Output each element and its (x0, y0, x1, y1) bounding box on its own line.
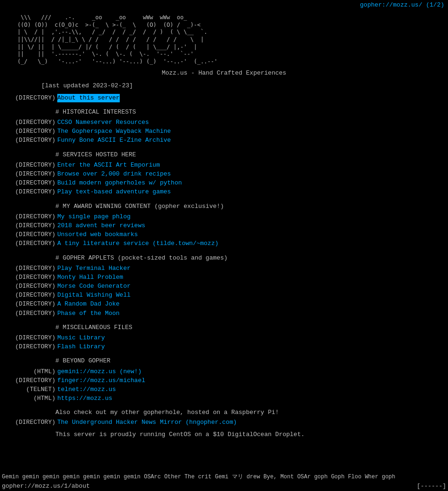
section-header-award: # MY AWARD WINNING CONTENT (gopher exclu… (55, 202, 444, 211)
status-bar-right: [------] (417, 482, 446, 491)
list-item: (DIRECTORY) Funny Bone ASCII E-Zine Arch… (4, 136, 444, 145)
dir-label: (DIRECTORY) (4, 127, 55, 136)
dir-label: (DIRECTORY) (4, 222, 55, 230)
ascii-art-logo: \\\ /// .-. _oo _oo wWw wWw oo_ ((O) (O)… (4, 14, 444, 65)
monty-hall-link[interactable]: Monty Hall Problem (57, 273, 123, 282)
list-item: (DIRECTORY) Browse over 2,000 drink reci… (4, 170, 444, 178)
phase-moon-link[interactable]: Phase of the Moon (57, 309, 120, 318)
list-item: (DIRECTORY) Phase of the Moon (4, 309, 444, 318)
list-item: (DIRECTORY) The Underground Hacker News … (4, 418, 444, 427)
drink-recipes-link[interactable]: Browse over 2,000 drink recipes (57, 170, 171, 178)
section-header-services: # SERVICES HOSTED HERE (55, 151, 444, 159)
dir-label: (DIRECTORY) (4, 334, 55, 342)
dir-label: (DIRECTORY) (4, 291, 55, 299)
list-item: (DIRECTORY) Monty Hall Problem (4, 273, 444, 282)
gemini-link[interactable]: gemini://mozz.us (new!) (57, 368, 141, 376)
section-header-applets: # GOPHER APPLETS (pocket-sized tools and… (55, 254, 444, 262)
status-bar-left: gopher://mozz.us/1/about (2, 482, 90, 491)
telnet-link[interactable]: telnet://mozz.us (57, 385, 116, 394)
also-check-text: Also check out my other gopherhole, host… (55, 408, 444, 417)
terminal-hacker-link[interactable]: Play Terminal Hacker (57, 264, 131, 273)
dir-label: (DIRECTORY) (4, 179, 55, 187)
dir-label: (DIRECTORY) (4, 170, 55, 178)
ascii-art-emporium-link[interactable]: Enter the ASCII Art Emporium (57, 161, 160, 169)
list-item: (TELNET) telnet://mozz.us (4, 385, 444, 394)
list-item: (DIRECTORY) Flash Library (4, 343, 444, 351)
dir-label: (DIRECTORY) (4, 273, 55, 282)
list-item: (DIRECTORY) Enter the ASCII Art Emporium (4, 161, 444, 169)
dir-label: (DIRECTORY) (4, 239, 55, 248)
last-updated: [last updated 2023-02-23] (41, 82, 444, 90)
list-item: (DIRECTORY) The Gopherspace Wayback Mach… (4, 127, 444, 136)
dir-label: (DIRECTORY) (4, 343, 55, 351)
dir-label: (DIRECTORY) (4, 309, 55, 318)
list-item: (DIRECTORY) Music Library (4, 334, 444, 342)
dir-label: (DIRECTORY) (4, 264, 55, 273)
list-item: (DIRECTORY) Unsorted web bookmarks (4, 230, 444, 239)
literature-service-link[interactable]: A tiny literature service (tilde.town/~m… (57, 239, 218, 248)
finger-link[interactable]: finger://mozz.us/michael (57, 376, 145, 385)
beer-reviews-link[interactable]: 2018 advent beer reviews (57, 222, 145, 230)
list-item: (DIRECTORY) Morse Code Generator (4, 282, 444, 291)
list-item: (DIRECTORY) Play Terminal Hacker (4, 264, 444, 273)
list-item: (DIRECTORY) A Random Dad Joke (4, 300, 444, 308)
funny-bone-link[interactable]: Funny Bone ASCII E-Zine Archive (57, 136, 171, 145)
tagline: Mozz.us - Hand Crafted Experiences (4, 69, 444, 77)
dir-label: (HTML) (4, 394, 55, 403)
dir-label: (DIRECTORY) (4, 282, 55, 291)
gemin-bar: Gemin gemin gemin gemin gemin gemin gemi… (0, 473, 448, 482)
list-item: (DIRECTORY) 2018 advent beer reviews (4, 222, 444, 230)
list-item: (DIRECTORY) My single page phlog (4, 213, 444, 221)
dir-label: (DIRECTORY) (4, 213, 55, 221)
dir-label: (DIRECTORY) (4, 136, 55, 145)
list-item: (DIRECTORY) CCSO Nameserver Resources (4, 118, 444, 127)
dad-joke-link[interactable]: A Random Dad Joke (57, 300, 120, 308)
ccso-link[interactable]: CCSO Nameserver Resources (57, 118, 149, 127)
list-item: (DIRECTORY) Digital Wishing Well (4, 291, 444, 299)
section-header-misc: # MISCELLANEOUS FILES (55, 323, 444, 332)
list-item: (HTML) gemini://mozz.us (new!) (4, 368, 444, 376)
status-bar: gopher://mozz.us/1/about [------] (0, 482, 448, 491)
adventure-games-link[interactable]: Play text-based adventure games (57, 188, 171, 196)
bookmarks-link[interactable]: Unsorted web bookmarks (57, 230, 138, 239)
phlog-link[interactable]: My single page phlog (57, 213, 131, 221)
dir-label: (DIRECTORY) (4, 300, 55, 308)
list-item: (DIRECTORY) Build modern gopherholes w/ … (4, 179, 444, 187)
dir-label: (DIRECTORY) (4, 118, 55, 127)
section-header-beyond: # BEYOND GOPHER (55, 357, 444, 365)
underground-hacker-link[interactable]: The Underground Hacker News Mirror (hngo… (57, 418, 237, 427)
wishing-well-link[interactable]: Digital Wishing Well (57, 291, 131, 299)
dir-label: (TELNET) (4, 385, 55, 394)
dir-label: (HTML) (4, 368, 55, 376)
morse-code-link[interactable]: Morse Code Generator (57, 282, 131, 291)
list-item: (HTML) https://mozz.us (4, 394, 444, 403)
https-link[interactable]: https://mozz.us (57, 394, 112, 403)
dir-label: (DIRECTORY) (4, 188, 55, 196)
top-bar-url: gopher://mozz.us/ (1/2) (360, 1, 444, 8)
list-item: (DIRECTORY) finger://mozz.us/michael (4, 376, 444, 385)
list-item: (DIRECTORY) A tiny literature service (t… (4, 239, 444, 248)
dir-label: (DIRECTORY) (4, 94, 55, 102)
dir-label: (DIRECTORY) (4, 376, 55, 385)
about-server-link[interactable]: About this server (57, 94, 120, 102)
pi-text: This server is proudly running CentOS on… (55, 430, 444, 439)
dir-label: (DIRECTORY) (4, 418, 55, 427)
dir-label: (DIRECTORY) (4, 230, 55, 239)
build-gopherholes-link[interactable]: Build modern gopherholes w/ python (57, 179, 182, 187)
music-library-link[interactable]: Music Library (57, 334, 105, 342)
dir-label: (DIRECTORY) (4, 161, 55, 169)
section-header-historical: # HISTORICAL INTERESTS (55, 108, 444, 116)
wayback-link[interactable]: The Gopherspace Wayback Machine (57, 127, 171, 136)
list-item: (DIRECTORY) About this server (4, 94, 444, 102)
flash-library-link[interactable]: Flash Library (57, 343, 105, 351)
list-item: (DIRECTORY) Play text-based adventure ga… (4, 188, 444, 196)
